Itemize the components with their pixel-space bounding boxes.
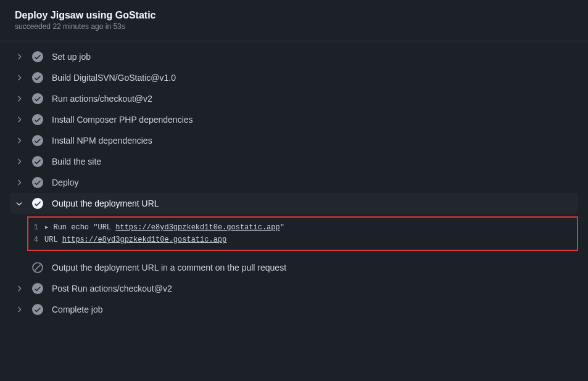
check-circle-icon (32, 135, 43, 146)
chevron-right-icon[interactable] (15, 115, 23, 124)
chevron-down-icon[interactable] (15, 199, 23, 208)
log-line-content: URL https://e8yd3gpzkekd1t0e.gostatic.ap… (44, 234, 226, 246)
svg-point-3 (32, 114, 43, 125)
chevron-right-icon[interactable] (15, 284, 23, 293)
svg-point-5 (32, 156, 43, 167)
chevron-right-icon[interactable] (15, 136, 23, 145)
check-circle-icon (32, 198, 43, 209)
check-circle-icon (32, 177, 43, 188)
step-row[interactable]: Install NPM dependencies (0, 130, 588, 151)
check-circle-icon (32, 72, 43, 83)
step-row[interactable]: Build the site (0, 151, 588, 172)
check-circle-icon (32, 93, 43, 104)
step-title: Run actions/checkout@v2 (52, 94, 152, 104)
step-title: Install NPM dependencies (52, 136, 152, 145)
svg-line-9 (35, 265, 41, 271)
check-circle-icon (32, 156, 43, 167)
deployment-url-link[interactable]: https://e8yd3gpzkekd1t0e.gostatic.app (62, 236, 226, 244)
log-line: 1▸ Run echo "URL https://e8yd3gpzkekd1t0… (32, 221, 571, 234)
chevron-right-icon[interactable] (15, 178, 23, 187)
step-title: Set up job (52, 52, 91, 62)
chevron-right-icon[interactable] (15, 157, 23, 166)
step-title: Output the deployment URL (52, 199, 159, 208)
step-title: Complete job (52, 305, 103, 314)
check-circle-icon (32, 304, 43, 315)
step-title: Build the site (52, 157, 101, 166)
step-row[interactable]: Set up job (0, 46, 588, 67)
svg-point-10 (32, 283, 43, 294)
log-line: 4URL https://e8yd3gpzkekd1t0e.gostatic.a… (32, 234, 571, 246)
step-row[interactable]: Deploy (0, 172, 588, 193)
step-row[interactable]: Build DigitalSVN/GoStatic@v1.0 (0, 67, 588, 88)
step-row[interactable]: Post Run actions/checkout@v2 (0, 278, 588, 299)
step-title: Install Composer PHP dependencies (52, 115, 193, 125)
check-circle-icon (32, 51, 43, 62)
check-circle-icon (32, 114, 43, 125)
log-line-number: 1 (32, 221, 38, 234)
skip-icon (32, 262, 43, 273)
workflow-header: Deploy Jigsaw using GoStatic succeeded 2… (0, 0, 588, 41)
chevron-right-icon[interactable] (15, 263, 23, 272)
svg-point-2 (32, 93, 43, 104)
workflow-title: Deploy Jigsaw using GoStatic (15, 10, 573, 21)
step-row[interactable]: Output the deployment URL in a comment o… (0, 257, 588, 278)
svg-point-1 (32, 72, 43, 83)
chevron-right-icon[interactable] (15, 73, 23, 82)
svg-point-7 (32, 198, 43, 209)
check-circle-icon (32, 283, 43, 294)
chevron-right-icon[interactable] (15, 52, 23, 61)
step-title: Deploy (52, 178, 79, 187)
svg-point-11 (32, 304, 43, 315)
step-title: Post Run actions/checkout@v2 (52, 284, 172, 293)
log-output: 1▸ Run echo "URL https://e8yd3gpzkekd1t0… (27, 216, 578, 251)
step-row[interactable]: Output the deployment URL (10, 193, 578, 214)
step-row[interactable]: Complete job (0, 299, 588, 320)
deployment-url-link[interactable]: https://e8yd3gpzkekd1t0e.gostatic.app (115, 223, 280, 232)
steps-list: Set up jobBuild DigitalSVN/GoStatic@v1.0… (0, 41, 588, 325)
step-row[interactable]: Install Composer PHP dependencies (0, 109, 588, 130)
step-title: Build DigitalSVN/GoStatic@v1.0 (52, 73, 176, 83)
log-line-content: ▸ Run echo "URL https://e8yd3gpzkekd1t0e… (44, 221, 284, 234)
svg-point-4 (32, 135, 43, 146)
workflow-status-time: succeeded 22 minutes ago in 53s (15, 22, 573, 31)
step-title: Output the deployment URL in a comment o… (52, 263, 286, 272)
svg-point-6 (32, 177, 43, 188)
chevron-right-icon[interactable] (15, 94, 23, 103)
log-line-number: 4 (32, 234, 38, 246)
svg-point-0 (32, 51, 43, 62)
step-row[interactable]: Run actions/checkout@v2 (0, 88, 588, 109)
chevron-right-icon[interactable] (15, 305, 23, 314)
